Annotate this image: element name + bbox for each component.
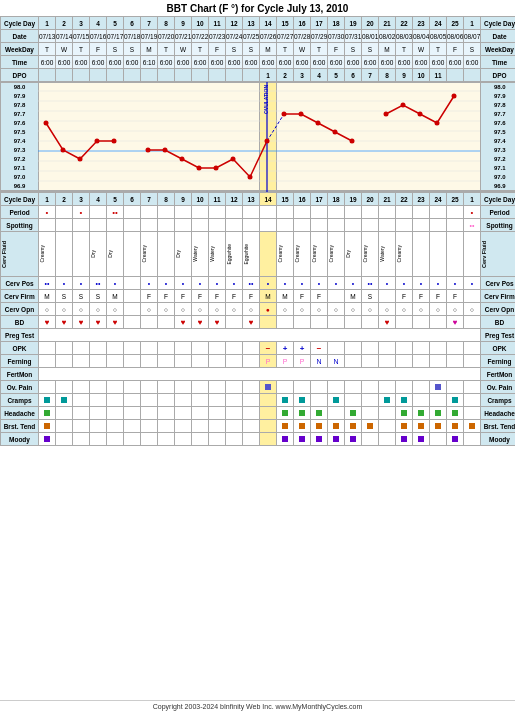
svg-point-25: [282, 112, 287, 117]
cerv-opn-row: Cerv Opn ○○○○ ○○○ ○○○○ ○● ○○ ○○○○ ○○○○ ○…: [1, 303, 516, 316]
opk-row: OPK − + + − OPK: [1, 342, 516, 355]
period-row: Period • • •• • Period: [1, 206, 516, 219]
chart-container: Cycle Day 1234 5678 9101112 13141516 171…: [0, 16, 515, 700]
ov-pain-row: Ov. Pain Ov. Pain: [1, 381, 516, 394]
fertmon-row: FertMon FertMon: [1, 368, 516, 381]
time-row: Time 6:006:006:006:00 6:006:006:106:00 6…: [1, 56, 516, 69]
time-label: Time: [1, 56, 39, 69]
cycle-day-label-right: Cycle Day: [481, 17, 516, 30]
cramps-row: Cramps Cramps: [1, 394, 516, 407]
svg-point-12: [44, 121, 49, 126]
svg-point-17: [146, 148, 151, 153]
date-row: Date 07/1307/1407/1507/16 07/1707/1807/1…: [1, 30, 516, 43]
svg-point-19: [180, 157, 185, 162]
svg-point-22: [231, 157, 236, 162]
svg-point-18: [163, 148, 168, 153]
dpo-label-right: DPO: [481, 69, 516, 82]
headache-row: Headache Headache: [1, 407, 516, 420]
cerv-pos-row: Cerv Pos •• • • •• • • • • • • • •• • • …: [1, 277, 516, 290]
svg-point-27: [316, 121, 321, 126]
svg-point-15: [95, 139, 100, 144]
temp-chart-svg: [38, 82, 477, 191]
svg-point-16: [112, 139, 117, 144]
bbt-graph-area: 98.0 97.9 97.8 97.7 97.6 97.5 97.4 97.3 …: [0, 82, 515, 192]
bottom-table: Cycle Day 1234 5678 9101112 13141516 171…: [0, 192, 515, 446]
svg-point-26: [299, 112, 304, 117]
cycle-day-row-2: Cycle Day 1234 5678 9101112 13141516 171…: [1, 193, 516, 206]
weekday-row: WeekDay TWTF SSMT WTFS SMTW TFSS MTWT FS…: [1, 43, 516, 56]
svg-point-14: [78, 157, 83, 162]
date-label: Date: [1, 30, 39, 43]
weekday-label-right: WeekDay: [481, 43, 516, 56]
svg-point-20: [197, 166, 202, 171]
preg-test-row: Preg Test Preg Test: [1, 329, 516, 342]
svg-point-13: [61, 148, 66, 153]
svg-point-29: [350, 139, 355, 144]
svg-point-23: [248, 175, 253, 180]
svg-point-33: [435, 121, 440, 126]
page-wrapper: BBT Chart (F °) for Cycle July 13, 2010 …: [0, 0, 515, 712]
cycle-day-label: Cycle Day: [1, 17, 39, 30]
footer: Copyright 2003-2024 bInfinity Web Inc. w…: [0, 700, 515, 712]
svg-point-21: [214, 166, 219, 171]
moody-row: Moody Moody: [1, 433, 516, 446]
weekday-label: WeekDay: [1, 43, 39, 56]
spotting-row: Spotting •• Spotting: [1, 219, 516, 232]
svg-point-32: [418, 112, 423, 117]
svg-point-28: [333, 130, 338, 135]
bd-row: BD ♥ ♥ ♥ ♥ ♥ ♥ ♥ ♥ ♥ ♥ ♥ BD: [1, 316, 516, 329]
dpo-row: DPO 123 4567 891011 DPO: [1, 69, 516, 82]
bbt-table: Cycle Day 1234 5678 9101112 13141516 171…: [0, 16, 515, 82]
dpo-label: DPO: [1, 69, 39, 82]
svg-point-34: [452, 94, 457, 99]
ferning-row: Ferning P P P N N Ferning: [1, 355, 516, 368]
svg-point-30: [384, 112, 389, 117]
svg-line-10: [267, 114, 284, 141]
main-title: BBT Chart (F °) for Cycle July 13, 2010: [0, 0, 515, 16]
svg-point-24: [265, 139, 270, 144]
cycle-day-row: Cycle Day 1234 5678 9101112 13141516 171…: [1, 17, 516, 30]
time-label-right: Time: [481, 56, 516, 69]
brst-tend-row: Brst. Tend Brst. Tend: [1, 420, 516, 433]
svg-point-31: [401, 103, 406, 108]
cerv-fluid-row: Cerv Fluid Creamy Dry Dry Creamy Dry Wat…: [1, 232, 516, 277]
cerv-firm-row: Cerv Firm MSSS MFF FFFF FMMF FMS FFF F C…: [1, 290, 516, 303]
date-label-right: Date: [481, 30, 516, 43]
